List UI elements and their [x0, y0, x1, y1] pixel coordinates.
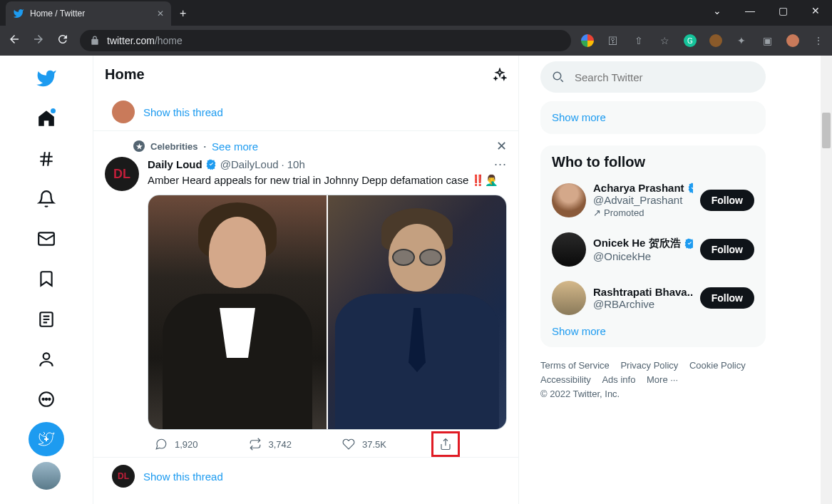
caret-down-icon[interactable]: ⌄	[701, 0, 734, 21]
new-tab-button[interactable]: +	[180, 7, 186, 20]
nav-explore[interactable]	[29, 141, 64, 175]
show-thread-link[interactable]: Show this thread	[143, 106, 223, 118]
trends-show-more[interactable]: Show more	[552, 111, 606, 123]
like-count: 37.5K	[362, 439, 386, 450]
like-button[interactable]: 37.5K	[342, 436, 386, 453]
thread-prompt-row[interactable]: Show this thread	[93, 93, 518, 131]
scrollbar-thumb[interactable]	[822, 113, 831, 148]
tweet-time[interactable]: 10h	[287, 158, 305, 170]
grammarly-icon[interactable]: G	[684, 34, 697, 47]
footer-accessibility[interactable]: Accessibility	[540, 373, 591, 387]
tab-close-icon[interactable]: ✕	[157, 9, 164, 19]
twitter-logo-icon[interactable]	[29, 61, 64, 96]
toolbar: twitter.com/home ⚿ ⇧ ☆ G ✦ ▣ ⋮	[0, 26, 832, 56]
browser-chrome: ⌄ — ▢ ✕ Home / Twitter ✕ + twitter.com/h…	[0, 0, 832, 56]
nav-messages[interactable]	[29, 222, 64, 256]
retweet-button[interactable]: 3,742	[249, 436, 292, 453]
footer-cookies[interactable]: Cookie Policy	[689, 359, 746, 373]
star-icon[interactable]: ☆	[658, 34, 671, 47]
follow-suggestion[interactable]: Onicek He 贺欣浩 @OnicekHe Follow	[540, 225, 766, 274]
tab-title: Home / Twitter	[30, 9, 85, 19]
compose-button[interactable]	[29, 422, 64, 456]
tweet-text: Amber Heard appeals for new trial in Joh…	[148, 173, 507, 187]
back-button[interactable]	[7, 33, 21, 48]
verified-icon	[684, 237, 693, 250]
thread-prompt-row-2[interactable]: DL Show this thread	[93, 458, 518, 495]
tweet-actions: 1,920 3,742 37.5K	[148, 430, 461, 453]
browser-tab[interactable]: Home / Twitter ✕	[6, 1, 171, 26]
nav-home[interactable]	[29, 101, 64, 135]
search-icon	[552, 71, 565, 83]
reply-button[interactable]: 1,920	[155, 436, 198, 453]
follow-button[interactable]: Follow	[700, 287, 754, 309]
wtf-show-more[interactable]: Show more	[540, 322, 766, 337]
reload-button[interactable]	[56, 33, 70, 48]
nav-more[interactable]	[29, 382, 64, 416]
main-timeline: Home Show this thread ★ Celebrities · Se…	[93, 56, 519, 504]
footer-ads[interactable]: Ads info	[602, 373, 635, 387]
verified-icon	[205, 158, 217, 170]
svg-point-2	[43, 353, 50, 359]
wtf-title: Who to follow	[540, 154, 766, 175]
extension-icons: ⚿ ⇧ ☆ G ✦ ▣ ⋮	[581, 34, 825, 47]
follow-avatar	[552, 281, 586, 315]
extensions-icon[interactable]: ✦	[735, 34, 748, 47]
account-avatar[interactable]	[32, 462, 61, 490]
tweet-header: Daily Loud @DailyLoud · 10h ···	[148, 157, 507, 172]
footer-privacy[interactable]: Privacy Policy	[620, 359, 678, 373]
svg-point-5	[46, 398, 47, 400]
tweet-media[interactable]	[148, 195, 507, 430]
tweet-author[interactable]: Daily Loud	[148, 158, 202, 170]
lock-icon	[90, 36, 100, 46]
topic-dismiss-icon[interactable]: ✕	[496, 138, 507, 154]
tweet[interactable]: ★ Celebrities · See more ✕ DL Daily Loud…	[93, 131, 518, 458]
footer: Terms of Service Privacy Policy Cookie P…	[540, 359, 766, 401]
svg-point-4	[43, 398, 44, 400]
tweet-avatar[interactable]: DL	[105, 157, 139, 191]
nav-lists[interactable]	[29, 302, 64, 336]
profile-avatar-icon[interactable]	[786, 34, 799, 47]
footer-terms[interactable]: Terms of Service	[540, 359, 610, 373]
close-window-button[interactable]: ✕	[799, 0, 832, 21]
tweet-handle[interactable]: @DailyLoud	[220, 158, 279, 170]
thread-avatar-2: DL	[112, 465, 135, 488]
menu-icon[interactable]: ⋮	[812, 34, 825, 47]
nav-notifications[interactable]	[29, 182, 64, 216]
page-title: Home	[105, 66, 145, 83]
follow-suggestion[interactable]: Acharya Prashant @Advait_Prashant ↗Promo…	[540, 175, 766, 225]
sidepanel-icon[interactable]: ▣	[761, 34, 774, 47]
top-tweets-icon[interactable]	[493, 68, 507, 82]
follow-name: Rashtrapati Bhava...	[593, 286, 693, 298]
share-button[interactable]	[431, 431, 460, 457]
key-icon[interactable]: ⚿	[607, 34, 620, 47]
share-icon[interactable]: ⇧	[632, 34, 645, 47]
scrollbar[interactable]	[821, 56, 832, 504]
follow-name: Acharya Prashant	[593, 182, 684, 194]
cookie-icon[interactable]	[709, 34, 722, 47]
who-to-follow-box: Who to follow Acharya Prashant @Advait_P…	[540, 145, 766, 347]
google-icon[interactable]	[581, 34, 594, 47]
nav-profile[interactable]	[29, 342, 64, 376]
follow-button[interactable]: Follow	[700, 239, 754, 260]
promoted-label: ↗Promoted	[593, 207, 693, 218]
maximize-button[interactable]: ▢	[766, 0, 799, 21]
topic-see-more[interactable]: See more	[212, 140, 258, 153]
retweet-count: 3,742	[269, 439, 292, 450]
footer-more[interactable]: More ···	[647, 373, 678, 387]
show-thread-link-2[interactable]: Show this thread	[143, 470, 223, 483]
minimize-button[interactable]: —	[734, 0, 766, 21]
search-box[interactable]	[540, 61, 766, 93]
window-controls: ⌄ — ▢ ✕	[701, 0, 832, 21]
follow-handle: @Advait_Prashant	[593, 194, 693, 206]
search-input[interactable]	[575, 71, 754, 83]
url-host: twitter.com	[107, 35, 155, 46]
follow-button[interactable]: Follow	[700, 190, 754, 211]
forward-button[interactable]	[31, 33, 46, 48]
url-path: /home	[155, 35, 183, 46]
address-bar[interactable]: twitter.com/home	[80, 30, 571, 51]
nav-bookmarks[interactable]	[29, 262, 64, 296]
follow-suggestion[interactable]: Rashtrapati Bhava... @RBArchive Follow	[540, 274, 766, 322]
tweet-more-icon[interactable]: ···	[494, 157, 507, 172]
twitter-app: Home Show this thread ★ Celebrities · Se…	[0, 56, 832, 504]
trends-box: Show more	[540, 101, 766, 134]
